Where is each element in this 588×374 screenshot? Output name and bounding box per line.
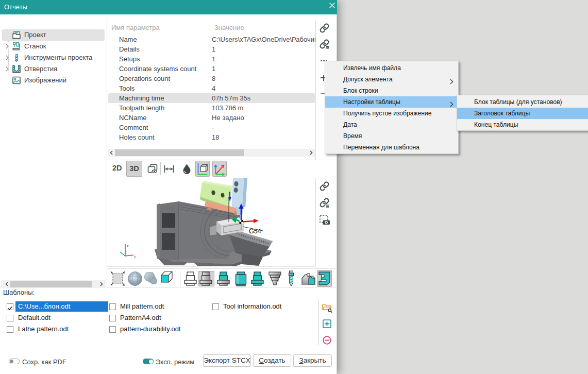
- svg-text:G54: G54: [249, 228, 261, 235]
- svg-text:z: z: [127, 244, 129, 248]
- svg-text:x: x: [134, 255, 136, 259]
